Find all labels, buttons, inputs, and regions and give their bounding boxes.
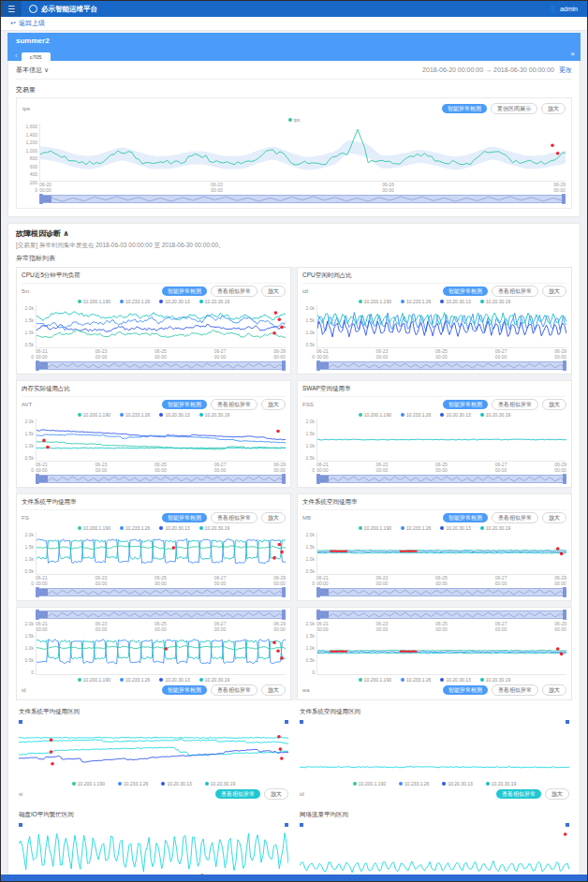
legend-item[interactable]: tps (288, 117, 301, 123)
legend-item[interactable]: 10.20.30.19 (486, 781, 516, 786)
tab-scroll-left-icon[interactable]: ‹ (15, 51, 18, 60)
anomaly-detect-button[interactable]: 智能异常检测 (162, 513, 207, 522)
slider-handle-left[interactable] (36, 360, 39, 371)
datazoom-slider[interactable] (36, 610, 286, 619)
back-link[interactable]: ↩ 返回上级 (10, 19, 45, 28)
slider-handle-right[interactable] (563, 360, 566, 371)
legend-item[interactable]: 10.200.1.190 (72, 781, 105, 786)
slider-handle-left[interactable] (36, 610, 39, 620)
similar-anomaly-button[interactable]: 查看相似异常 (492, 512, 538, 523)
legend-item[interactable]: 10.200.1.190 (78, 412, 110, 418)
zoom-in-button[interactable]: 放大 (541, 103, 566, 114)
anomaly-detect-button[interactable]: 智能异常检测 (442, 104, 487, 113)
anomaly-detect-button[interactable]: 智能异常检测 (443, 685, 488, 695)
anomaly-detect-button[interactable]: 智能异常检测 (443, 513, 488, 522)
legend-item[interactable]: 10.20.30.13 (440, 299, 470, 304)
zoom-in-button[interactable]: 放大 (261, 286, 286, 297)
legend-item[interactable]: 10.20.30.19 (199, 299, 229, 304)
anomaly-detect-button[interactable]: 智能异常检测 (443, 287, 488, 296)
slider-handle-left[interactable] (316, 610, 320, 620)
datazoom-slider[interactable] (316, 475, 566, 483)
similar-anomaly-button[interactable]: 查看相似异常 (496, 789, 541, 799)
zoom-in-button[interactable]: 放大 (261, 684, 286, 696)
slider-handle-left[interactable] (316, 474, 320, 484)
slider-handle-left[interactable] (316, 360, 320, 371)
zoom-in-button[interactable]: 放大 (545, 788, 569, 800)
anomaly-detect-button[interactable]: 智能异常检测 (443, 400, 488, 409)
confidence-band-button[interactable]: 置信区间展示 (491, 103, 537, 114)
zoom-in-button[interactable]: 放大 (542, 512, 566, 523)
close-icon[interactable]: × (570, 50, 575, 58)
legend-item[interactable]: 10.20.30.19 (480, 299, 510, 304)
legend-item[interactable]: 10.200.1.190 (359, 412, 391, 418)
slider-handle-left[interactable] (36, 587, 39, 597)
datazoom-slider[interactable] (316, 610, 566, 619)
legend-item[interactable]: 10.20.30.13 (440, 525, 470, 531)
legend-item[interactable]: 10.200.1.190 (78, 677, 110, 683)
legend-item[interactable]: 10.200.1.190 (78, 525, 110, 531)
slider-handle-left[interactable] (39, 194, 43, 204)
similar-anomaly-button[interactable]: 查看相似异常 (492, 399, 538, 410)
legend-item[interactable]: 10.20.30.13 (159, 525, 189, 531)
legend-item[interactable]: 10.233.1.26 (401, 677, 431, 683)
legend-item[interactable]: 10.20.30.19 (480, 677, 510, 683)
anomaly-detect-button[interactable]: 智能异常检测 (162, 685, 207, 695)
legend-item[interactable]: 10.233.1.26 (118, 781, 148, 786)
legend-item[interactable]: 10.20.30.19 (480, 412, 510, 418)
tab-host[interactable]: c705 (22, 52, 51, 61)
anomaly-detect-button[interactable]: 智能异常检测 (162, 400, 207, 409)
range-handle-icon[interactable] (566, 823, 569, 827)
range-handle-icon[interactable] (19, 823, 22, 827)
zoom-in-button[interactable]: 放大 (261, 512, 286, 523)
similar-anomaly-button[interactable]: 查看相似异常 (211, 684, 257, 696)
change-range-link[interactable]: 更改 (559, 66, 572, 73)
datazoom-slider[interactable] (36, 361, 286, 370)
similar-anomaly-button[interactable]: 查看相似异常 (215, 789, 260, 799)
legend-item[interactable]: 10.20.30.13 (159, 677, 189, 683)
range-handle-icon[interactable] (285, 823, 288, 827)
legend-item[interactable]: 10.233.1.26 (120, 412, 150, 418)
slider-handle-right[interactable] (282, 474, 286, 484)
legend-item[interactable]: 10.20.30.13 (440, 677, 470, 683)
legend-item[interactable]: 10.200.1.190 (359, 525, 391, 531)
legend-item[interactable]: 10.233.1.26 (120, 677, 150, 683)
slider-handle-right[interactable] (563, 474, 566, 484)
datazoom-slider[interactable] (316, 361, 566, 370)
legend-item[interactable]: 10.200.1.190 (359, 677, 391, 683)
slider-handle-right[interactable] (562, 194, 566, 204)
legend-item[interactable]: 10.20.30.19 (199, 525, 229, 531)
datazoom-slider[interactable] (36, 475, 286, 483)
slider-handle-right[interactable] (282, 360, 286, 371)
hamburger-menu-icon[interactable]: ☰ (1, 1, 22, 17)
slider-handle-right[interactable] (563, 587, 566, 597)
slider-handle-left[interactable] (36, 474, 39, 484)
user-menu[interactable]: 👤 admin (549, 6, 578, 13)
legend-item[interactable]: 10.233.1.26 (120, 299, 150, 304)
similar-anomaly-button[interactable]: 查看相似异常 (211, 512, 257, 523)
slider-handle-right[interactable] (282, 587, 286, 597)
legend-item[interactable]: 10.20.30.13 (161, 781, 191, 786)
zoom-in-button[interactable]: 放大 (542, 399, 566, 410)
legend-item[interactable]: 10.200.1.190 (359, 299, 391, 304)
zoom-in-button[interactable]: 放大 (542, 286, 566, 297)
legend-item[interactable]: 10.233.1.26 (401, 525, 431, 531)
range-handle-icon[interactable] (300, 823, 303, 827)
legend-item[interactable]: 10.233.1.26 (120, 525, 150, 531)
range-handle-icon[interactable] (300, 720, 303, 724)
slider-handle-right[interactable] (282, 610, 286, 620)
zoom-in-button[interactable]: 放大 (542, 684, 566, 696)
legend-item[interactable]: 10.20.30.13 (159, 299, 189, 304)
legend-item[interactable]: 10.200.1.190 (353, 781, 386, 786)
range-handle-icon[interactable] (285, 720, 288, 724)
legend-item[interactable]: 10.233.1.26 (399, 781, 429, 786)
slider-handle-right[interactable] (563, 610, 566, 620)
legend-item[interactable]: 10.20.30.19 (480, 525, 510, 531)
legend-item[interactable]: 10.200.1.190 (78, 299, 110, 304)
zoom-in-button[interactable]: 放大 (264, 788, 288, 800)
legend-item[interactable]: 10.20.30.19 (199, 412, 229, 418)
legend-item[interactable]: 10.20.30.13 (442, 781, 472, 786)
range-handle-icon[interactable] (566, 720, 569, 724)
zoom-in-button[interactable]: 放大 (261, 399, 286, 410)
legend-item[interactable]: 10.20.30.13 (159, 412, 189, 418)
datazoom-slider[interactable] (39, 195, 566, 203)
